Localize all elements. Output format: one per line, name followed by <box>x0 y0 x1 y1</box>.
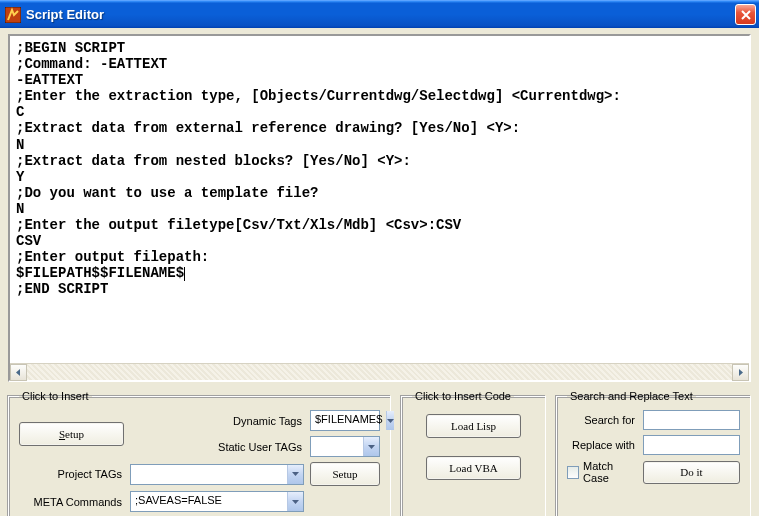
app-icon <box>5 7 21 23</box>
match-case-checkbox[interactable] <box>567 466 579 479</box>
project-tags-combo[interactable] <box>130 464 304 485</box>
chevron-down-icon[interactable] <box>287 465 303 484</box>
insert-legend: Click to Insert <box>19 390 92 402</box>
replace-with-label: Replace with <box>567 439 637 451</box>
code-legend: Click to Insert Code <box>412 390 514 402</box>
replace-input[interactable] <box>643 435 740 455</box>
static-tags-label: Static User TAGs <box>130 441 304 453</box>
script-editor-area[interactable]: ;BEGIN SCRIPT;Command: -EATTEXT-EATTEXT;… <box>8 34 751 382</box>
setup-static-button[interactable]: Setup <box>19 422 124 446</box>
horizontal-scrollbar[interactable] <box>10 363 749 380</box>
project-tags-label: Project TAGs <box>19 468 124 480</box>
search-for-label: Search for <box>567 414 637 426</box>
click-to-insert-group: Click to Insert Dynamic Tags $FILENAME$ … <box>8 390 391 516</box>
titlebar: Script Editor <box>0 0 759 28</box>
load-vba-button[interactable]: Load VBA <box>426 456 521 480</box>
do-it-button[interactable]: Do it <box>643 461 740 484</box>
setup-project-button[interactable]: Setup <box>310 462 380 486</box>
search-legend: Search and Replace Text <box>567 390 696 402</box>
match-case-label: Match Case <box>583 460 637 484</box>
static-tags-combo[interactable] <box>310 436 380 457</box>
search-input[interactable] <box>643 410 740 430</box>
scroll-right-icon[interactable] <box>732 364 749 381</box>
search-replace-group: Search and Replace Text Search for Repla… <box>556 390 751 516</box>
chevron-down-icon[interactable] <box>287 492 303 511</box>
meta-commands-label: META Commands <box>19 496 124 508</box>
scroll-track[interactable] <box>27 364 732 380</box>
dynamic-tags-combo[interactable]: $FILENAME$ <box>310 410 380 431</box>
chevron-down-icon[interactable] <box>363 437 379 456</box>
close-button[interactable] <box>735 4 756 25</box>
dynamic-tags-label: Dynamic Tags <box>130 415 304 427</box>
window-title: Script Editor <box>26 7 735 22</box>
chevron-down-icon[interactable] <box>386 411 394 430</box>
meta-commands-combo[interactable]: ;SAVEAS=FALSE <box>130 491 304 512</box>
click-to-insert-code-group: Click to Insert Code Load Lisp Load VBA <box>401 390 546 516</box>
load-lisp-button[interactable]: Load Lisp <box>426 414 521 438</box>
scroll-left-icon[interactable] <box>10 364 27 381</box>
